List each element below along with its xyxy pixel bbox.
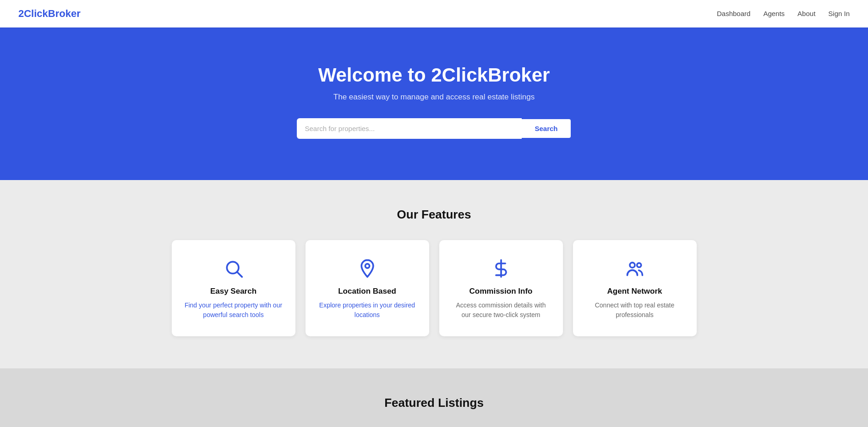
brand-logo[interactable]: 2ClickBroker <box>18 8 81 20</box>
svg-point-5 <box>637 263 641 267</box>
feature-card-agent-network: Agent Network Connect with top real esta… <box>573 240 697 336</box>
hero-title: Welcome to 2ClickBroker <box>18 64 850 86</box>
svg-line-1 <box>237 272 242 277</box>
feature-name-agent-network: Agent Network <box>586 287 684 296</box>
dollar-icon <box>452 258 550 279</box>
search-button[interactable]: Search <box>522 118 571 139</box>
feature-name-easy-search: Easy Search <box>185 287 283 296</box>
feature-desc-commission-info: Access commission details with our secur… <box>452 301 550 320</box>
feature-card-easy-search: Easy Search Find your perfect property w… <box>172 240 295 336</box>
features-title: Our Features <box>18 208 850 222</box>
hero-section: Welcome to 2ClickBroker The easiest way … <box>0 27 868 180</box>
navbar: 2ClickBroker Dashboard Agents About Sign… <box>0 0 868 27</box>
users-icon <box>586 258 684 279</box>
features-grid: Easy Search Find your perfect property w… <box>159 240 709 336</box>
search-icon <box>185 258 283 279</box>
features-section: Our Features Easy Search Find your perfe… <box>0 180 868 368</box>
nav-links: Dashboard Agents About Sign In <box>717 10 850 18</box>
listings-section: Featured Listings <box>0 368 868 427</box>
svg-point-4 <box>630 263 635 268</box>
listings-title: Featured Listings <box>18 396 850 410</box>
nav-dashboard[interactable]: Dashboard <box>717 10 750 17</box>
hero-subtitle: The easiest way to manage and access rea… <box>18 93 850 102</box>
feature-name-location-based: Location Based <box>318 287 416 296</box>
feature-card-location-based: Location Based Explore properties in you… <box>306 240 429 336</box>
nav-about[interactable]: About <box>797 10 815 17</box>
nav-signin[interactable]: Sign In <box>828 10 850 17</box>
feature-card-commission-info: Commission Info Access commission detail… <box>439 240 563 336</box>
feature-desc-easy-search: Find your perfect property with our powe… <box>185 301 283 320</box>
nav-agents[interactable]: Agents <box>763 10 785 17</box>
feature-desc-agent-network: Connect with top real estate professiona… <box>586 301 684 320</box>
feature-desc-location-based: Explore properties in your desired locat… <box>318 301 416 320</box>
svg-point-2 <box>365 264 369 268</box>
search-input[interactable] <box>297 118 522 139</box>
map-pin-icon <box>318 258 416 279</box>
hero-search-bar: Search <box>297 118 572 139</box>
feature-name-commission-info: Commission Info <box>452 287 550 296</box>
